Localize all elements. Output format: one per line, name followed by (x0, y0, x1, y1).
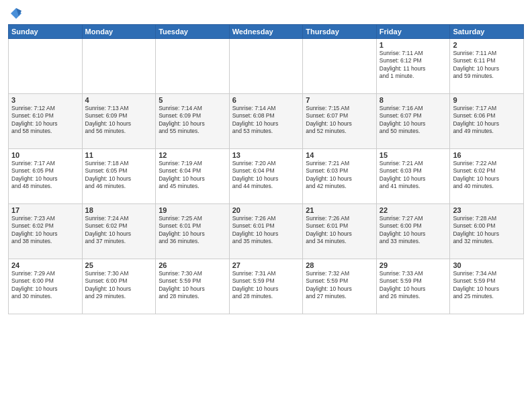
day-cell: 3Sunrise: 7:12 AM Sunset: 6:10 PM Daylig… (9, 94, 83, 149)
day-info: Sunrise: 7:26 AM Sunset: 6:01 PM Dayligh… (232, 215, 300, 246)
day-info: Sunrise: 7:17 AM Sunset: 6:06 PM Dayligh… (453, 105, 521, 136)
day-number: 30 (453, 261, 521, 269)
day-number: 24 (11, 261, 79, 269)
day-cell: 26Sunrise: 7:30 AM Sunset: 5:59 PM Dayli… (156, 259, 230, 314)
day-cell: 16Sunrise: 7:22 AM Sunset: 6:02 PM Dayli… (450, 149, 524, 204)
day-info: Sunrise: 7:14 AM Sunset: 6:08 PM Dayligh… (232, 105, 300, 136)
day-info: Sunrise: 7:33 AM Sunset: 5:59 PM Dayligh… (380, 270, 447, 301)
day-info: Sunrise: 7:11 AM Sunset: 6:12 PM Dayligh… (380, 50, 447, 81)
day-cell: 28Sunrise: 7:32 AM Sunset: 5:59 PM Dayli… (303, 259, 377, 314)
day-number: 28 (306, 261, 373, 269)
weekday-header-sunday: Sunday (9, 25, 83, 39)
day-cell: 12Sunrise: 7:19 AM Sunset: 6:04 PM Dayli… (156, 149, 230, 204)
day-number: 10 (11, 151, 79, 159)
day-cell: 19Sunrise: 7:25 AM Sunset: 6:01 PM Dayli… (156, 204, 230, 259)
day-number: 23 (453, 206, 521, 214)
day-info: Sunrise: 7:21 AM Sunset: 6:03 PM Dayligh… (380, 160, 447, 191)
day-cell: 24Sunrise: 7:29 AM Sunset: 6:00 PM Dayli… (9, 259, 83, 314)
day-number: 4 (85, 96, 153, 104)
week-row-1: 1Sunrise: 7:11 AM Sunset: 6:12 PM Daylig… (9, 39, 524, 94)
day-cell (229, 39, 303, 94)
day-number: 9 (453, 96, 521, 104)
day-cell: 8Sunrise: 7:16 AM Sunset: 6:07 PM Daylig… (376, 94, 450, 149)
day-number: 15 (380, 151, 447, 159)
day-cell: 23Sunrise: 7:28 AM Sunset: 6:00 PM Dayli… (450, 204, 524, 259)
day-number: 2 (453, 41, 521, 49)
day-info: Sunrise: 7:13 AM Sunset: 6:09 PM Dayligh… (85, 105, 153, 136)
day-cell (156, 39, 230, 94)
weekday-header-thursday: Thursday (303, 25, 377, 39)
day-number: 25 (85, 261, 153, 269)
weekday-header-friday: Friday (376, 25, 450, 39)
header (8, 7, 524, 20)
logo (8, 7, 23, 20)
day-cell: 22Sunrise: 7:27 AM Sunset: 6:00 PM Dayli… (376, 204, 450, 259)
day-cell: 25Sunrise: 7:30 AM Sunset: 6:00 PM Dayli… (82, 259, 156, 314)
day-number: 8 (380, 96, 447, 104)
week-row-4: 17Sunrise: 7:23 AM Sunset: 6:02 PM Dayli… (9, 204, 524, 259)
day-cell: 17Sunrise: 7:23 AM Sunset: 6:02 PM Dayli… (9, 204, 83, 259)
day-number: 18 (85, 206, 153, 214)
day-info: Sunrise: 7:17 AM Sunset: 6:05 PM Dayligh… (11, 160, 79, 191)
day-number: 5 (159, 96, 226, 104)
day-info: Sunrise: 7:28 AM Sunset: 6:00 PM Dayligh… (453, 215, 521, 246)
day-number: 13 (232, 151, 300, 159)
day-number: 26 (159, 261, 226, 269)
day-cell: 29Sunrise: 7:33 AM Sunset: 5:59 PM Dayli… (376, 259, 450, 314)
day-info: Sunrise: 7:11 AM Sunset: 6:11 PM Dayligh… (453, 50, 521, 81)
day-number: 1 (380, 41, 447, 49)
page-container: SundayMondayTuesdayWednesdayThursdayFrid… (0, 0, 532, 318)
day-cell: 5Sunrise: 7:14 AM Sunset: 6:09 PM Daylig… (156, 94, 230, 149)
day-info: Sunrise: 7:32 AM Sunset: 5:59 PM Dayligh… (306, 270, 373, 301)
day-info: Sunrise: 7:29 AM Sunset: 6:00 PM Dayligh… (11, 270, 79, 301)
logo-icon (9, 7, 23, 20)
weekday-header-row: SundayMondayTuesdayWednesdayThursdayFrid… (9, 25, 524, 39)
day-info: Sunrise: 7:25 AM Sunset: 6:01 PM Dayligh… (159, 215, 226, 246)
day-number: 3 (11, 96, 79, 104)
day-cell: 18Sunrise: 7:24 AM Sunset: 6:02 PM Dayli… (82, 204, 156, 259)
day-number: 21 (306, 206, 373, 214)
day-cell (9, 39, 83, 94)
day-info: Sunrise: 7:34 AM Sunset: 5:59 PM Dayligh… (453, 270, 521, 301)
day-number: 20 (232, 206, 300, 214)
day-cell: 10Sunrise: 7:17 AM Sunset: 6:05 PM Dayli… (9, 149, 83, 204)
day-info: Sunrise: 7:18 AM Sunset: 6:05 PM Dayligh… (85, 160, 153, 191)
day-info: Sunrise: 7:15 AM Sunset: 6:07 PM Dayligh… (306, 105, 373, 136)
day-info: Sunrise: 7:30 AM Sunset: 5:59 PM Dayligh… (159, 270, 226, 301)
calendar: SundayMondayTuesdayWednesdayThursdayFrid… (8, 24, 524, 314)
day-cell: 4Sunrise: 7:13 AM Sunset: 6:09 PM Daylig… (82, 94, 156, 149)
day-cell: 13Sunrise: 7:20 AM Sunset: 6:04 PM Dayli… (229, 149, 303, 204)
day-info: Sunrise: 7:26 AM Sunset: 6:01 PM Dayligh… (306, 215, 373, 246)
day-number: 29 (380, 261, 447, 269)
week-row-3: 10Sunrise: 7:17 AM Sunset: 6:05 PM Dayli… (9, 149, 524, 204)
day-info: Sunrise: 7:23 AM Sunset: 6:02 PM Dayligh… (11, 215, 79, 246)
day-cell: 2Sunrise: 7:11 AM Sunset: 6:11 PM Daylig… (450, 39, 524, 94)
day-number: 19 (159, 206, 226, 214)
day-info: Sunrise: 7:24 AM Sunset: 6:02 PM Dayligh… (85, 215, 153, 246)
day-info: Sunrise: 7:16 AM Sunset: 6:07 PM Dayligh… (380, 105, 447, 136)
day-cell: 15Sunrise: 7:21 AM Sunset: 6:03 PM Dayli… (376, 149, 450, 204)
day-number: 11 (85, 151, 153, 159)
day-number: 16 (453, 151, 521, 159)
day-cell: 20Sunrise: 7:26 AM Sunset: 6:01 PM Dayli… (229, 204, 303, 259)
week-row-2: 3Sunrise: 7:12 AM Sunset: 6:10 PM Daylig… (9, 94, 524, 149)
day-cell: 6Sunrise: 7:14 AM Sunset: 6:08 PM Daylig… (229, 94, 303, 149)
day-number: 22 (380, 206, 447, 214)
day-info: Sunrise: 7:19 AM Sunset: 6:04 PM Dayligh… (159, 160, 226, 191)
day-number: 6 (232, 96, 300, 104)
day-cell (82, 39, 156, 94)
day-cell: 21Sunrise: 7:26 AM Sunset: 6:01 PM Dayli… (303, 204, 377, 259)
day-cell: 7Sunrise: 7:15 AM Sunset: 6:07 PM Daylig… (303, 94, 377, 149)
weekday-header-saturday: Saturday (450, 25, 524, 39)
weekday-header-monday: Monday (82, 25, 156, 39)
day-info: Sunrise: 7:30 AM Sunset: 6:00 PM Dayligh… (85, 270, 153, 301)
day-number: 14 (306, 151, 373, 159)
day-number: 17 (11, 206, 79, 214)
day-info: Sunrise: 7:14 AM Sunset: 6:09 PM Dayligh… (159, 105, 226, 136)
day-cell (303, 39, 377, 94)
day-number: 7 (306, 96, 373, 104)
day-number: 27 (232, 261, 300, 269)
weekday-header-tuesday: Tuesday (156, 25, 230, 39)
day-info: Sunrise: 7:27 AM Sunset: 6:00 PM Dayligh… (380, 215, 447, 246)
day-info: Sunrise: 7:31 AM Sunset: 5:59 PM Dayligh… (232, 270, 300, 301)
